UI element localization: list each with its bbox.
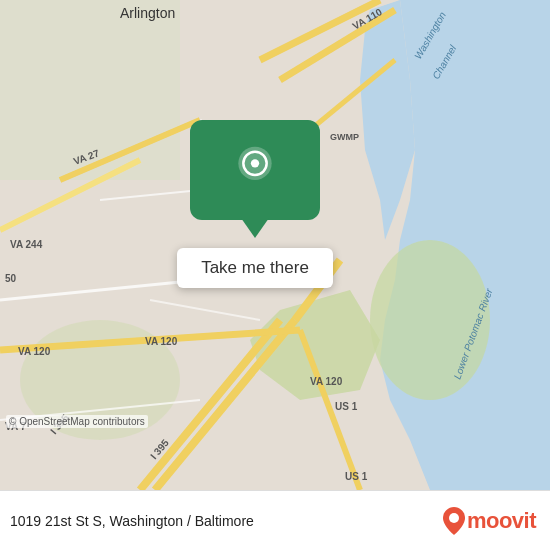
moovit-pin-icon — [443, 507, 465, 535]
svg-text:VA 120: VA 120 — [145, 336, 178, 347]
svg-text:50: 50 — [5, 273, 17, 284]
svg-text:US 1: US 1 — [335, 401, 358, 412]
location-pin-icon — [230, 145, 280, 195]
map-popup: Take me there — [145, 120, 365, 288]
svg-text:VA 120: VA 120 — [310, 376, 343, 387]
svg-text:VA 120: VA 120 — [18, 346, 51, 357]
take-me-there-button[interactable]: Take me there — [177, 248, 333, 288]
map-attribution: © OpenStreetMap contributors — [6, 415, 148, 428]
popup-bubble — [190, 120, 320, 220]
address-label: 1019 21st St S, Washington / Baltimore — [10, 513, 254, 529]
svg-text:US 1: US 1 — [345, 471, 368, 482]
svg-text:Arlington: Arlington — [120, 5, 175, 21]
svg-point-41 — [251, 159, 259, 167]
moovit-brand-name: moovit — [467, 508, 536, 534]
svg-text:VA 244: VA 244 — [10, 239, 43, 250]
map-container: Arlington VA 110 VA 27 VA 120 VA 120 VA … — [0, 0, 550, 490]
moovit-logo: moovit — [443, 507, 536, 535]
bottom-bar: 1019 21st St S, Washington / Baltimore m… — [0, 490, 550, 550]
svg-point-42 — [449, 513, 459, 523]
